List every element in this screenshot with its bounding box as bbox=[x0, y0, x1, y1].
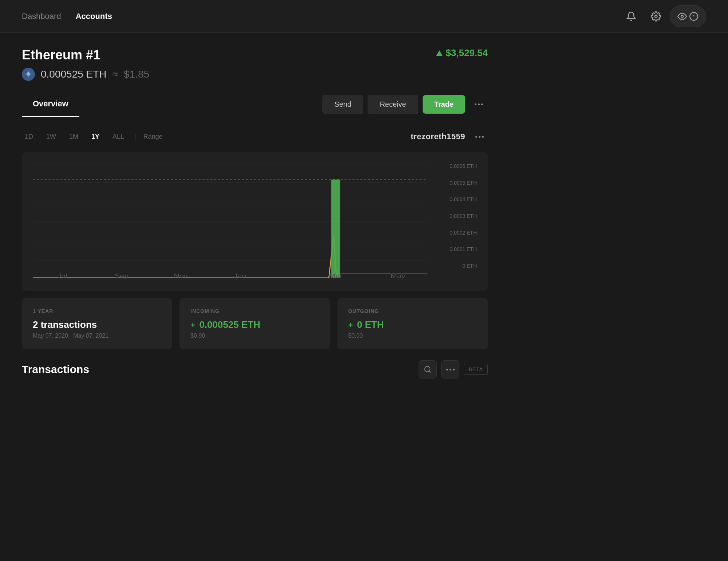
transactions-header: Transactions BETA bbox=[22, 349, 488, 386]
usd-approx: $1.85 bbox=[124, 68, 149, 80]
stat-date-range: May 07, 2020 - May 07, 2021 bbox=[33, 333, 161, 339]
stat-period-label: 1 YEAR bbox=[33, 308, 161, 314]
stat-outgoing-label: OUTGOING bbox=[348, 308, 477, 314]
chart-section: 1D 1W 1M 1Y ALL | Range trezoreth1559 bbox=[22, 117, 488, 397]
svg-rect-12 bbox=[331, 180, 340, 278]
stat-card-incoming: INCOMING + 0.000525 ETH $0.90 bbox=[179, 298, 330, 349]
svg-text:Jan: Jan bbox=[234, 272, 246, 279]
nav-actions bbox=[620, 5, 706, 27]
chart-label: trezoreth1559 bbox=[411, 132, 465, 141]
nav-accounts[interactable]: Accounts bbox=[76, 12, 112, 21]
eye-icon bbox=[677, 12, 687, 21]
stat-incoming-label: INCOMING bbox=[190, 308, 319, 314]
chart-svg: Jul Sep Nov Jan Mar May bbox=[33, 163, 477, 280]
fiat-value: $3,529.54 bbox=[436, 47, 488, 59]
filter-1m[interactable]: 1M bbox=[66, 131, 81, 143]
filter-1y[interactable]: 1Y bbox=[88, 131, 102, 143]
chart-container: 0.0006 ETH 0.0005 ETH 0.0004 ETH 0.0003 … bbox=[22, 152, 488, 291]
gear-icon bbox=[651, 11, 661, 21]
tab-overview[interactable]: Overview bbox=[22, 92, 79, 117]
plus-icon-outgoing: + bbox=[348, 321, 353, 330]
svg-text:May: May bbox=[391, 272, 405, 279]
filter-range[interactable]: Range bbox=[143, 133, 163, 141]
beta-badge: BETA bbox=[464, 364, 488, 375]
tabs-right: Send Receive Trade bbox=[323, 95, 488, 114]
svg-point-20 bbox=[425, 366, 430, 372]
eth-amount: 0.000525 ETH bbox=[41, 68, 107, 80]
chart-controls: 1D 1W 1M 1Y ALL | Range trezoreth1559 bbox=[22, 128, 488, 145]
filter-1d[interactable]: 1D bbox=[22, 131, 36, 143]
circle-toggle-icon bbox=[689, 12, 699, 21]
receive-button[interactable]: Receive bbox=[368, 95, 418, 114]
svg-text:Mar: Mar bbox=[329, 272, 343, 279]
trade-button[interactable]: Trade bbox=[423, 95, 465, 114]
time-filters: 1D 1W 1M 1Y ALL | Range bbox=[22, 131, 163, 143]
chart-more-button[interactable] bbox=[471, 128, 488, 145]
filter-all[interactable]: ALL bbox=[110, 131, 127, 143]
more-transactions-button[interactable] bbox=[441, 360, 459, 378]
plus-icon-incoming: + bbox=[190, 321, 195, 330]
eye-toggle-button[interactable] bbox=[670, 5, 706, 27]
incoming-usd: $0.90 bbox=[190, 333, 319, 339]
chart-three-dots-icon bbox=[475, 136, 484, 138]
tabs-left: Overview bbox=[22, 92, 79, 117]
svg-text:Jul: Jul bbox=[57, 272, 67, 279]
transactions-actions: BETA bbox=[419, 360, 488, 378]
up-arrow-icon bbox=[436, 50, 443, 56]
stat-card-outgoing: OUTGOING + 0 ETH $0.00 bbox=[337, 298, 488, 349]
svg-point-0 bbox=[655, 15, 657, 17]
outgoing-usd: $0.00 bbox=[348, 333, 477, 339]
account-balance-row: 0.000525 ETH ≈ $1.85 bbox=[22, 68, 149, 81]
stat-card-year: 1 YEAR 2 transactions May 07, 2020 - May… bbox=[22, 298, 172, 349]
svg-text:Sep: Sep bbox=[115, 272, 129, 279]
settings-button[interactable] bbox=[645, 5, 667, 27]
account-info: Ethereum #1 0.000525 ETH ≈ $1.85 bbox=[22, 47, 149, 81]
search-transactions-button[interactable] bbox=[419, 360, 437, 378]
fiat-amount: $3,529.54 bbox=[446, 47, 488, 59]
bell-icon bbox=[626, 11, 636, 21]
notifications-button[interactable] bbox=[620, 5, 642, 27]
account-header: Ethereum #1 0.000525 ETH ≈ $1.85 $3,529.… bbox=[22, 47, 488, 81]
nav-dashboard[interactable]: Dashboard bbox=[22, 12, 61, 21]
svg-point-1 bbox=[681, 15, 684, 17]
search-icon bbox=[424, 365, 432, 373]
main-content: Ethereum #1 0.000525 ETH ≈ $1.85 $3,529.… bbox=[0, 33, 510, 411]
top-navigation: Dashboard Accounts bbox=[0, 0, 728, 33]
transactions-three-dots-icon bbox=[446, 369, 455, 370]
outgoing-eth: 0 ETH bbox=[357, 319, 384, 330]
svg-text:Nov: Nov bbox=[174, 272, 188, 279]
stat-incoming-amount: + 0.000525 ETH bbox=[190, 319, 319, 330]
filter-1w[interactable]: 1W bbox=[43, 131, 59, 143]
stat-outgoing-amount: + 0 ETH bbox=[348, 319, 477, 330]
account-title: Ethereum #1 bbox=[22, 47, 149, 63]
three-dots-icon bbox=[475, 103, 483, 105]
more-options-button[interactable] bbox=[470, 95, 488, 114]
svg-line-21 bbox=[430, 371, 431, 372]
transactions-title: Transactions bbox=[22, 363, 89, 376]
send-button[interactable]: Send bbox=[323, 95, 364, 114]
approx-symbol: ≈ bbox=[112, 68, 118, 80]
incoming-eth: 0.000525 ETH bbox=[199, 319, 260, 330]
stats-cards: 1 YEAR 2 transactions May 07, 2020 - May… bbox=[22, 298, 488, 349]
filter-divider: | bbox=[134, 133, 136, 141]
tabs-bar: Overview Send Receive Trade bbox=[22, 92, 488, 117]
nav-links: Dashboard Accounts bbox=[22, 12, 112, 21]
stat-transactions: 2 transactions bbox=[33, 319, 161, 330]
eth-icon bbox=[22, 68, 35, 81]
